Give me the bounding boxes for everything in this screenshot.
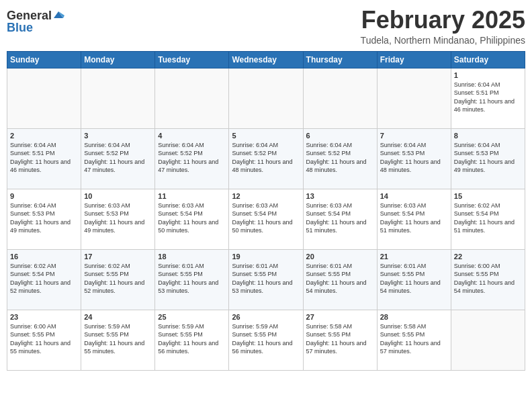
day-info: Sunrise: 6:04 AM Sunset: 5:53 PM Dayligh… bbox=[10, 201, 78, 235]
day-number: 14 bbox=[380, 192, 448, 200]
day-number: 25 bbox=[158, 313, 226, 321]
location-subtitle: Tudela, Northern Mindanao, Philippines bbox=[361, 35, 525, 46]
day-number: 1 bbox=[454, 71, 522, 79]
calendar-day-cell bbox=[377, 68, 451, 128]
day-number: 21 bbox=[380, 253, 448, 261]
weekday-header-tuesday: Tuesday bbox=[155, 51, 229, 68]
calendar-day-cell: 14Sunrise: 6:03 AM Sunset: 5:54 PM Dayli… bbox=[377, 189, 451, 249]
day-number: 16 bbox=[10, 253, 78, 261]
day-info: Sunrise: 5:58 AM Sunset: 5:55 PM Dayligh… bbox=[306, 322, 374, 356]
day-info: Sunrise: 6:04 AM Sunset: 5:52 PM Dayligh… bbox=[306, 141, 374, 175]
calendar-day-cell: 9Sunrise: 6:04 AM Sunset: 5:53 PM Daylig… bbox=[7, 189, 81, 249]
day-number: 23 bbox=[10, 313, 78, 321]
day-info: Sunrise: 6:01 AM Sunset: 5:55 PM Dayligh… bbox=[306, 262, 374, 295]
calendar-day-cell: 11Sunrise: 6:03 AM Sunset: 5:54 PM Dayli… bbox=[155, 189, 229, 249]
day-number: 20 bbox=[306, 253, 374, 261]
day-number: 18 bbox=[158, 253, 226, 261]
calendar-day-cell: 4Sunrise: 6:04 AM Sunset: 5:52 PM Daylig… bbox=[155, 128, 229, 189]
calendar-day-cell: 2Sunrise: 6:04 AM Sunset: 5:51 PM Daylig… bbox=[7, 128, 81, 189]
day-number: 22 bbox=[454, 253, 522, 261]
calendar-day-cell: 26Sunrise: 5:59 AM Sunset: 5:55 PM Dayli… bbox=[229, 310, 303, 370]
day-info: Sunrise: 5:59 AM Sunset: 5:55 PM Dayligh… bbox=[232, 322, 300, 356]
calendar-day-cell: 17Sunrise: 6:02 AM Sunset: 5:55 PM Dayli… bbox=[81, 249, 155, 310]
calendar-day-cell: 1Sunrise: 6:04 AM Sunset: 5:51 PM Daylig… bbox=[451, 68, 525, 128]
calendar-day-cell bbox=[229, 68, 303, 128]
weekday-header-thursday: Thursday bbox=[303, 51, 377, 68]
calendar-week-row: 1Sunrise: 6:04 AM Sunset: 5:51 PM Daylig… bbox=[7, 68, 525, 128]
logo-icon bbox=[52, 9, 64, 21]
title-block: February 2025 Tudela, Northern Mindanao,… bbox=[361, 7, 525, 46]
logo-general-text: General bbox=[7, 9, 52, 21]
calendar-day-cell bbox=[155, 68, 229, 128]
day-number: 27 bbox=[306, 313, 374, 321]
day-info: Sunrise: 6:03 AM Sunset: 5:53 PM Dayligh… bbox=[84, 201, 152, 235]
day-info: Sunrise: 6:03 AM Sunset: 5:54 PM Dayligh… bbox=[232, 201, 300, 235]
day-number: 11 bbox=[158, 192, 226, 200]
calendar-day-cell bbox=[7, 68, 81, 128]
day-info: Sunrise: 6:02 AM Sunset: 5:55 PM Dayligh… bbox=[84, 262, 152, 295]
calendar-day-cell: 8Sunrise: 6:04 AM Sunset: 5:53 PM Daylig… bbox=[451, 128, 525, 189]
day-number: 12 bbox=[232, 192, 300, 200]
calendar-week-row: 16Sunrise: 6:02 AM Sunset: 5:54 PM Dayli… bbox=[7, 249, 525, 310]
day-info: Sunrise: 6:04 AM Sunset: 5:52 PM Dayligh… bbox=[158, 141, 226, 175]
calendar-day-cell: 15Sunrise: 6:02 AM Sunset: 5:54 PM Dayli… bbox=[451, 189, 525, 249]
day-info: Sunrise: 6:02 AM Sunset: 5:54 PM Dayligh… bbox=[10, 262, 78, 295]
day-number: 19 bbox=[232, 253, 300, 261]
logo: General Blue bbox=[7, 7, 64, 34]
calendar-week-row: 23Sunrise: 6:00 AM Sunset: 5:55 PM Dayli… bbox=[7, 310, 525, 370]
day-number: 13 bbox=[306, 192, 374, 200]
calendar-day-cell: 12Sunrise: 6:03 AM Sunset: 5:54 PM Dayli… bbox=[229, 189, 303, 249]
calendar-day-cell: 21Sunrise: 6:01 AM Sunset: 5:55 PM Dayli… bbox=[377, 249, 451, 310]
calendar-day-cell: 18Sunrise: 6:01 AM Sunset: 5:55 PM Dayli… bbox=[155, 249, 229, 310]
day-number: 28 bbox=[380, 313, 448, 321]
calendar-day-cell: 10Sunrise: 6:03 AM Sunset: 5:53 PM Dayli… bbox=[81, 189, 155, 249]
day-number: 17 bbox=[84, 253, 152, 261]
day-info: Sunrise: 6:04 AM Sunset: 5:51 PM Dayligh… bbox=[454, 81, 522, 114]
calendar-day-cell: 25Sunrise: 5:59 AM Sunset: 5:55 PM Dayli… bbox=[155, 310, 229, 370]
calendar-week-row: 9Sunrise: 6:04 AM Sunset: 5:53 PM Daylig… bbox=[7, 189, 525, 249]
day-number: 6 bbox=[306, 132, 374, 140]
weekday-header-saturday: Saturday bbox=[451, 51, 525, 68]
month-year-title: February 2025 bbox=[361, 7, 525, 34]
day-info: Sunrise: 6:00 AM Sunset: 5:55 PM Dayligh… bbox=[10, 322, 78, 356]
logo-blue-text: Blue bbox=[7, 21, 33, 34]
day-info: Sunrise: 6:02 AM Sunset: 5:54 PM Dayligh… bbox=[454, 201, 522, 235]
calendar-day-cell: 20Sunrise: 6:01 AM Sunset: 5:55 PM Dayli… bbox=[303, 249, 377, 310]
day-number: 4 bbox=[158, 132, 226, 140]
day-number: 7 bbox=[380, 132, 448, 140]
calendar-day-cell bbox=[451, 310, 525, 370]
calendar-day-cell: 3Sunrise: 6:04 AM Sunset: 5:52 PM Daylig… bbox=[81, 128, 155, 189]
weekday-header-wednesday: Wednesday bbox=[229, 51, 303, 68]
calendar-day-cell: 28Sunrise: 5:58 AM Sunset: 5:55 PM Dayli… bbox=[377, 310, 451, 370]
calendar-day-cell: 6Sunrise: 6:04 AM Sunset: 5:52 PM Daylig… bbox=[303, 128, 377, 189]
day-number: 24 bbox=[84, 313, 152, 321]
day-number: 26 bbox=[232, 313, 300, 321]
calendar-day-cell: 19Sunrise: 6:01 AM Sunset: 5:55 PM Dayli… bbox=[229, 249, 303, 310]
day-info: Sunrise: 6:04 AM Sunset: 5:52 PM Dayligh… bbox=[84, 141, 152, 175]
day-number: 10 bbox=[84, 192, 152, 200]
day-number: 8 bbox=[454, 132, 522, 140]
calendar-day-cell: 7Sunrise: 6:04 AM Sunset: 5:53 PM Daylig… bbox=[377, 128, 451, 189]
calendar-day-cell: 24Sunrise: 5:59 AM Sunset: 5:55 PM Dayli… bbox=[81, 310, 155, 370]
calendar-day-cell: 27Sunrise: 5:58 AM Sunset: 5:55 PM Dayli… bbox=[303, 310, 377, 370]
day-info: Sunrise: 6:01 AM Sunset: 5:55 PM Dayligh… bbox=[232, 262, 300, 295]
calendar-day-cell: 5Sunrise: 6:04 AM Sunset: 5:52 PM Daylig… bbox=[229, 128, 303, 189]
calendar-day-cell bbox=[303, 68, 377, 128]
day-number: 3 bbox=[84, 132, 152, 140]
weekday-header-sunday: Sunday bbox=[7, 51, 81, 68]
calendar-day-cell bbox=[81, 68, 155, 128]
page-header: General Blue February 2025 Tudela, North… bbox=[7, 7, 525, 46]
day-info: Sunrise: 6:04 AM Sunset: 5:53 PM Dayligh… bbox=[454, 141, 522, 175]
day-info: Sunrise: 6:01 AM Sunset: 5:55 PM Dayligh… bbox=[158, 262, 226, 295]
day-info: Sunrise: 6:03 AM Sunset: 5:54 PM Dayligh… bbox=[380, 201, 448, 235]
weekday-header-row: SundayMondayTuesdayWednesdayThursdayFrid… bbox=[7, 51, 525, 68]
calendar-day-cell: 23Sunrise: 6:00 AM Sunset: 5:55 PM Dayli… bbox=[7, 310, 81, 370]
calendar-day-cell: 16Sunrise: 6:02 AM Sunset: 5:54 PM Dayli… bbox=[7, 249, 81, 310]
day-info: Sunrise: 6:03 AM Sunset: 5:54 PM Dayligh… bbox=[158, 201, 226, 235]
day-info: Sunrise: 5:59 AM Sunset: 5:55 PM Dayligh… bbox=[158, 322, 226, 356]
day-info: Sunrise: 6:04 AM Sunset: 5:52 PM Dayligh… bbox=[232, 141, 300, 175]
day-number: 9 bbox=[10, 192, 78, 200]
day-info: Sunrise: 6:04 AM Sunset: 5:51 PM Dayligh… bbox=[10, 141, 78, 175]
calendar-day-cell: 22Sunrise: 6:00 AM Sunset: 5:55 PM Dayli… bbox=[451, 249, 525, 310]
day-number: 2 bbox=[10, 132, 78, 140]
